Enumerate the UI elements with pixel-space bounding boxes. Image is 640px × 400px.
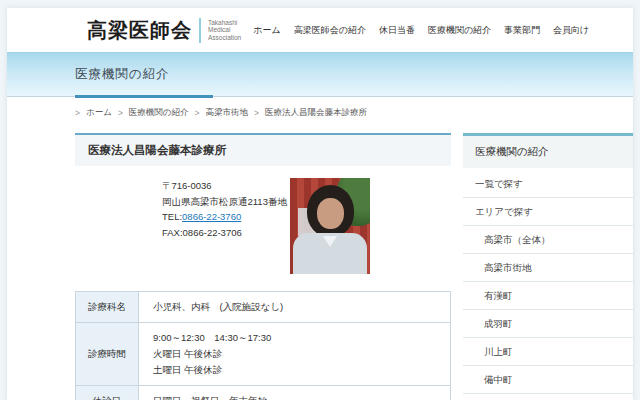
sidebar: 医療機関の紹介 一覧で探す エリアで探す 高梁市（全体） (463, 133, 633, 400)
logo-english-line: Takahashi (208, 19, 241, 27)
nav-item[interactable]: 高梁医師会の紹介 (294, 24, 366, 37)
sidebar-item-label: 一覧で探す (475, 177, 625, 190)
breadcrumb-link[interactable]: ホーム (86, 107, 112, 119)
nav-item[interactable]: 事業部門 (504, 24, 540, 37)
tel-label: TEL: (162, 211, 182, 222)
doctor-photo (290, 178, 370, 274)
breadcrumb-separator: > (75, 108, 80, 118)
sidebar-title: 医療機関の紹介 (463, 133, 633, 168)
page-banner: 医療機関の紹介 (7, 52, 633, 97)
site-header: 高梁医師会 TakahashiMedicalAssociation ホーム高梁医… (7, 8, 633, 52)
breadcrumb-separator: > (195, 108, 200, 118)
table-value-line: 火曜日 午後休診 (153, 346, 442, 362)
sidebar-menu-item[interactable]: エリアで探す (463, 198, 633, 226)
breadcrumb-item: > 高梁市街地 (195, 107, 248, 119)
nav-item[interactable]: ホーム (253, 24, 280, 37)
postal-code: 〒716-0036 (162, 178, 290, 194)
clinic-address-block: 〒716-0036 岡山県高梁市松原通2113番地 TEL:0866-22-37… (162, 178, 290, 278)
clinic-name-heading: 医療法人昌陽会藤本診療所 (75, 133, 451, 166)
table-value-line: 9:00～12:30 14:30～17:30 (153, 330, 442, 346)
breadcrumb-separator: > (254, 108, 259, 118)
logo-english-text: TakahashiMedicalAssociation (208, 19, 241, 42)
table-value-line: 小児科、内科 (入院施設なし) (153, 299, 442, 315)
sidebar-menu-item[interactable]: 高梁市街地 (463, 254, 633, 282)
nav-item[interactable]: 会員向け (553, 24, 589, 37)
table-row-value: 日曜日、祝祭日、年末年始 (139, 386, 451, 400)
sidebar-menu-item[interactable]: 有漢町 (463, 282, 633, 310)
table-row-value: 小児科、内科 (入院施設なし) (139, 292, 451, 323)
breadcrumb-item: > 医療法人昌陽会藤本診療所 (254, 107, 367, 119)
logo-japanese-text: 高梁医師会 (87, 17, 192, 44)
sidebar-menu-item[interactable]: 成羽町 (463, 310, 633, 338)
table-row-label: 診療科名 (76, 292, 139, 323)
table-row-label: 診療時間 (76, 323, 139, 386)
nav-item[interactable]: 医療機関の紹介 (428, 24, 491, 37)
banner-accent-bar (75, 95, 213, 98)
banner-title: 医療機関の紹介 (75, 66, 170, 83)
main-column: 医療法人昌陽会藤本診療所 〒716-0036 岡山県高梁市松原通2113番地 T… (75, 133, 451, 400)
breadcrumb-separator: > (118, 108, 123, 118)
table-row-value: 9:00～12:30 14:30～17:30火曜日 午後休診土曜日 午後休診 (139, 323, 451, 386)
breadcrumb-link: 医療法人昌陽会藤本診療所 (265, 107, 367, 119)
tel-line: TEL:0866-22-3760 (162, 209, 290, 225)
street-address: 岡山県高梁市松原通2113番地 (162, 194, 290, 210)
breadcrumb: > ホーム > 医療機関の紹介 > 高梁市街地 > 医療法人昌陽会藤本診療所 (7, 97, 633, 128)
table-value-line: 日曜日、祝祭日、年末年始 (153, 393, 442, 400)
sidebar-item-label: 川上町 (484, 345, 625, 358)
table-value-line: 土曜日 午後休診 (153, 362, 442, 378)
sidebar-menu-item[interactable]: 川上町 (463, 338, 633, 366)
sidebar-item-label: 成羽町 (484, 317, 625, 330)
photo-collar-shape (323, 236, 337, 247)
clinic-info-table: 診療科名小児科、内科 (入院施設なし)診療時間9:00～12:30 14:30～… (75, 291, 451, 400)
logo-divider (199, 18, 201, 43)
breadcrumb-item: > 医療機関の紹介 (118, 107, 189, 119)
site-logo[interactable]: 高梁医師会 TakahashiMedicalAssociation (87, 17, 241, 44)
breadcrumb-item: > ホーム (75, 107, 112, 119)
table-row: 診療時間9:00～12:30 14:30～17:30火曜日 午後休診土曜日 午後… (76, 323, 451, 386)
sidebar-item-label: エリアで探す (475, 205, 625, 218)
nav-item[interactable]: 休日当番 (379, 24, 415, 37)
sidebar-menu: 一覧で探す エリアで探す 高梁市（全体） 高梁市街地 (463, 170, 633, 400)
table-row: 診療科名小児科、内科 (入院施設なし) (76, 292, 451, 323)
breadcrumb-link[interactable]: 高梁市街地 (206, 107, 249, 119)
clinic-contact-section: 〒716-0036 岡山県高梁市松原通2113番地 TEL:0866-22-37… (75, 178, 451, 278)
table-row-label: 休診日 (76, 386, 139, 400)
sidebar-menu-item[interactable]: 吉備中央町 （もと賀陽町エリア） (463, 394, 633, 400)
sidebar-item-label: 高梁市（全体） (484, 233, 625, 246)
photo-face-shape (317, 198, 344, 229)
page-card: 高梁医師会 TakahashiMedicalAssociation ホーム高梁医… (7, 8, 633, 400)
main-nav: ホーム高梁医師会の紹介休日当番医療機関の紹介事業部門会員向け (253, 24, 589, 37)
fax-line: FAX:0866-22-3706 (162, 225, 290, 241)
sidebar-item-label: 備中町 (484, 373, 625, 386)
sidebar-item-label: 高梁市街地 (484, 261, 625, 274)
sidebar-item-label: 有漢町 (484, 289, 625, 302)
sidebar-menu-item[interactable]: 高梁市（全体） (463, 226, 633, 254)
sidebar-menu-item[interactable]: 備中町 (463, 366, 633, 394)
content-area: 医療法人昌陽会藤本診療所 〒716-0036 岡山県高梁市松原通2113番地 T… (7, 128, 633, 400)
logo-english-line: Medical (208, 26, 241, 34)
sidebar-menu-item[interactable]: 一覧で探す (463, 170, 633, 198)
table-row: 休診日日曜日、祝祭日、年末年始 (76, 386, 451, 400)
tel-link[interactable]: 0866-22-3760 (182, 211, 241, 222)
logo-english-line: Association (208, 34, 241, 42)
breadcrumb-link[interactable]: 医療機関の紹介 (129, 107, 189, 119)
